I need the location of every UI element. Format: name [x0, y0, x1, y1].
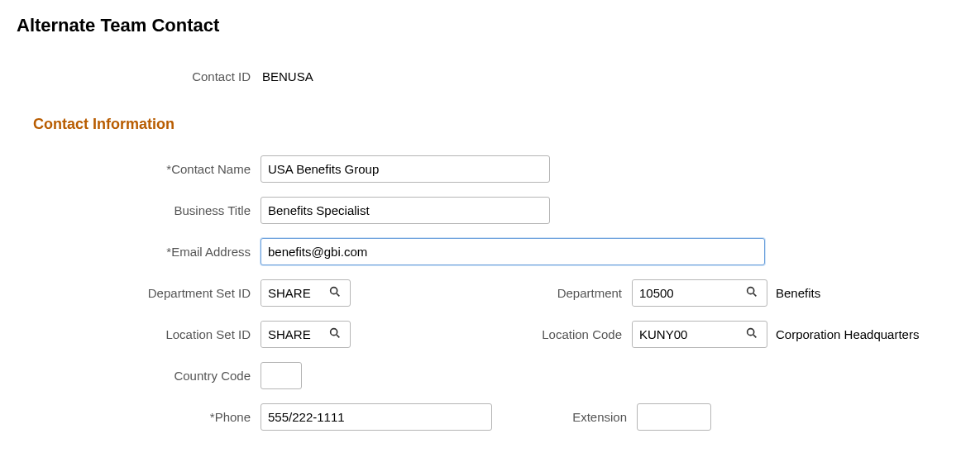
svg-point-0 — [331, 287, 337, 293]
location-code-desc: Corporation Headquarters — [767, 327, 919, 341]
email-row: Email Address — [17, 236, 963, 266]
loc-setid-input[interactable] — [261, 322, 323, 347]
page-title: Alternate Team Contact — [17, 15, 963, 36]
search-icon — [745, 285, 758, 301]
phone-input[interactable] — [261, 403, 492, 431]
location-code-input[interactable] — [633, 322, 740, 347]
business-title-row: Business Title — [17, 195, 963, 225]
search-icon — [745, 326, 758, 342]
search-icon — [328, 326, 342, 342]
email-label: Email Address — [17, 245, 261, 259]
loc-setid-search-button[interactable] — [323, 325, 347, 344]
dept-setid-input[interactable] — [261, 280, 323, 306]
svg-line-3 — [753, 293, 756, 296]
country-code-input[interactable] — [261, 362, 302, 389]
svg-point-4 — [331, 328, 337, 335]
contact-id-row: Contact ID BENUSA — [17, 61, 963, 91]
business-title-input[interactable] — [261, 197, 550, 224]
svg-line-5 — [337, 335, 339, 337]
loc-setid-label: Location Set ID — [17, 327, 261, 341]
extension-label: Extension — [492, 410, 637, 424]
location-row: Location Set ID Location Code Corporatio… — [17, 319, 963, 349]
country-code-label: Country Code — [17, 369, 261, 383]
location-code-lookup — [632, 321, 767, 348]
department-search-button[interactable] — [740, 284, 763, 303]
svg-point-6 — [748, 328, 754, 335]
contact-name-row: Contact Name — [17, 154, 963, 183]
svg-line-1 — [337, 293, 339, 296]
svg-line-7 — [753, 335, 756, 337]
location-code-search-button[interactable] — [740, 325, 763, 344]
dept-setid-label: Department Set ID — [17, 286, 261, 300]
dept-setid-search-button[interactable] — [323, 284, 347, 303]
dept-setid-lookup — [261, 279, 351, 307]
contact-name-label: Contact Name — [17, 162, 261, 176]
contact-name-input[interactable] — [261, 155, 550, 183]
location-code-label: Location Code — [351, 327, 632, 341]
department-label: Department — [351, 286, 632, 300]
contact-id-label: Contact ID — [17, 69, 261, 83]
extension-input[interactable] — [637, 403, 711, 431]
department-desc: Benefits — [767, 286, 820, 300]
department-input[interactable] — [633, 280, 740, 306]
phone-label: Phone — [17, 410, 261, 424]
dept-row: Department Set ID Department Benefits — [17, 278, 963, 307]
department-lookup — [632, 279, 767, 307]
country-code-row: Country Code — [17, 360, 963, 390]
search-icon — [328, 285, 342, 301]
phone-row: Phone Extension — [17, 402, 963, 431]
loc-setid-lookup — [261, 321, 351, 348]
contact-id-value: BENUSA — [261, 69, 313, 83]
svg-point-2 — [748, 287, 754, 293]
section-title: Contact Information — [33, 116, 963, 133]
email-input[interactable] — [261, 238, 765, 265]
business-title-label: Business Title — [17, 203, 261, 217]
